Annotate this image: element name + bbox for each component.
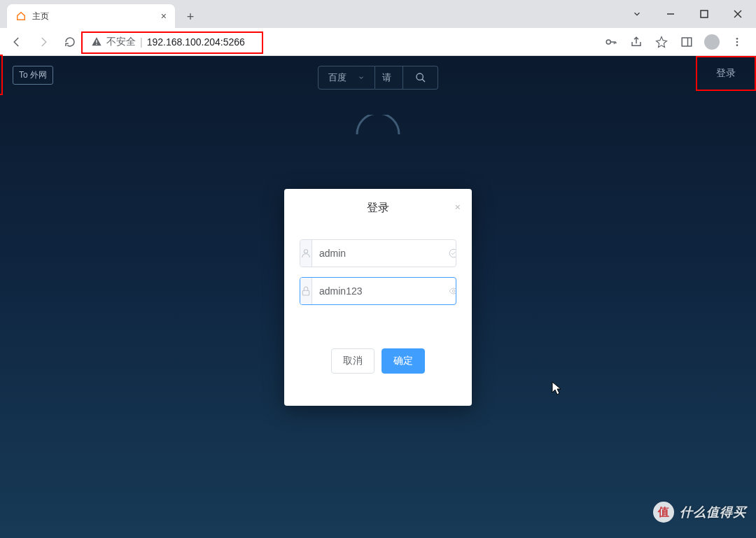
lock-icon: [300, 278, 312, 304]
svg-rect-4: [96, 40, 97, 43]
browser-tab[interactable]: 主页 ×: [7, 4, 175, 28]
annotation-box: [0, 55, 3, 95]
side-panel-icon[interactable]: [679, 34, 694, 50]
search-engine-label: 百度: [328, 71, 346, 84]
nav-reload-icon[interactable]: [60, 32, 80, 52]
svg-point-6: [606, 40, 610, 44]
svg-rect-16: [302, 290, 309, 295]
search-submit-button[interactable]: [403, 66, 438, 90]
security-label: 不安全: [106, 36, 136, 48]
tab-title: 主页: [32, 10, 49, 22]
watermark-badge: 值: [653, 502, 674, 523]
svg-point-17: [452, 290, 455, 292]
to-external-button[interactable]: To 外网: [13, 66, 53, 85]
watermark-text: 什么值得买: [680, 504, 746, 521]
browser-tab-bar: 主页 × +: [0, 0, 756, 28]
annotation-box: 登录: [696, 56, 756, 91]
password-key-icon[interactable]: [603, 34, 619, 50]
modal-close-icon[interactable]: ×: [455, 201, 461, 213]
share-icon[interactable]: [629, 34, 644, 50]
profile-avatar-icon[interactable]: [704, 34, 720, 50]
svg-rect-7: [682, 38, 692, 46]
svg-line-13: [422, 79, 425, 82]
svg-rect-5: [96, 43, 97, 44]
login-link[interactable]: 登录: [716, 67, 736, 80]
page-content: To 外网 百度 请 登录 登录 ×: [0, 56, 756, 538]
search-input[interactable]: 请: [375, 66, 403, 90]
clock-widget: [350, 115, 406, 136]
tab-close-icon[interactable]: ×: [161, 10, 167, 22]
svg-point-9: [736, 38, 738, 40]
insecure-warning-icon: [91, 36, 102, 48]
window-close-icon[interactable]: [722, 3, 753, 24]
username-field-wrapper: [300, 239, 456, 267]
svg-rect-1: [701, 10, 708, 17]
svg-point-12: [416, 73, 423, 80]
confirm-button[interactable]: 确定: [382, 348, 425, 374]
separator: |: [140, 36, 143, 48]
window-minimize-icon[interactable]: [655, 3, 686, 24]
url-text: 192.168.100.204:5266: [147, 36, 245, 48]
search-bar: 百度 请: [318, 66, 438, 90]
login-modal: 登录 ×: [284, 189, 472, 406]
search-placeholder: 请: [382, 71, 391, 84]
bookmark-star-icon[interactable]: [654, 34, 669, 50]
tab-dropdown-icon[interactable]: [622, 3, 652, 24]
browser-address-bar: 不安全 | 192.168.100.204:5266: [0, 28, 756, 56]
svg-point-15: [449, 249, 456, 257]
menu-dots-icon[interactable]: [729, 34, 745, 50]
search-icon: [415, 72, 426, 83]
search-engine-select[interactable]: 百度: [318, 66, 375, 90]
check-circle-icon: [449, 248, 456, 258]
window-maximize-icon[interactable]: [689, 3, 720, 24]
password-input[interactable]: [312, 285, 449, 297]
user-icon: [300, 240, 312, 267]
svg-point-14: [304, 250, 307, 253]
new-tab-button[interactable]: +: [181, 7, 200, 27]
watermark: 值 什么值得买: [653, 502, 746, 523]
tab-favicon-icon: [15, 10, 27, 22]
password-field-wrapper: [300, 277, 456, 305]
svg-point-11: [736, 44, 738, 46]
chevron-down-icon: [358, 74, 365, 81]
eye-icon[interactable]: [449, 286, 456, 296]
modal-title: 登录: [367, 201, 389, 215]
nav-back-icon[interactable]: [7, 32, 27, 52]
cancel-button[interactable]: 取消: [331, 348, 374, 374]
svg-point-10: [736, 41, 738, 43]
username-input[interactable]: [312, 248, 449, 259]
url-input[interactable]: 不安全 | 192.168.100.204:5266: [87, 36, 596, 48]
cursor-icon: [552, 381, 563, 395]
nav-forward-icon: [34, 32, 53, 52]
